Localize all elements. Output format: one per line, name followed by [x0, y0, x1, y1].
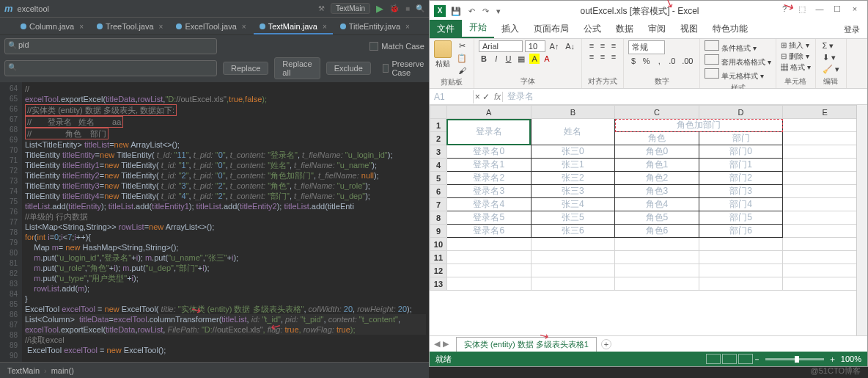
autosum-icon[interactable]: Σ ▾ [820, 40, 836, 51]
view-break-icon[interactable] [738, 354, 753, 364]
zoom-slider[interactable] [765, 358, 824, 360]
hammer-icon[interactable]: ⚒ [318, 4, 325, 12]
view-layout-icon[interactable] [722, 354, 737, 364]
fill-icon[interactable]: ⬇ ▾ [820, 52, 838, 63]
match-case-checkbox[interactable]: Match Case [369, 42, 424, 51]
tab-exceltool[interactable]: ExcelTool.java× [170, 20, 251, 34]
vertical-scrollbar[interactable] [856, 105, 867, 335]
redo-icon[interactable]: ↷ [480, 7, 491, 16]
ribbon-tab-review[interactable]: 审阅 [641, 20, 673, 38]
tab-textmain[interactable]: TextMain.java× [254, 20, 333, 34]
run-config-selector[interactable]: TextMain [331, 3, 370, 14]
run-icon[interactable]: ▶ [376, 3, 383, 14]
zoom-out-icon[interactable]: － [753, 354, 761, 365]
font-color-icon[interactable]: A [542, 54, 552, 64]
comma-icon[interactable]: , [654, 56, 664, 66]
shrink-font-icon[interactable]: A↓ [563, 41, 577, 51]
align-bottom-icon[interactable]: ≡ [608, 40, 619, 51]
underline-icon[interactable]: U [504, 54, 514, 64]
ide-pane: m exceltool ⚒ TextMain ▶ 🐞 ■ 🔍 Column.ja… [0, 0, 429, 378]
view-normal-icon[interactable] [706, 354, 721, 364]
cell-style-button[interactable]: 单元格样式 ▾ [705, 68, 764, 81]
italic-icon[interactable]: I [491, 54, 501, 64]
ribbon-tab-view[interactable]: 视图 [673, 20, 705, 38]
formula-input[interactable]: 登录名 [503, 89, 538, 104]
font-name-combo[interactable]: Arial [479, 40, 523, 52]
close-icon[interactable]: × [79, 23, 84, 31]
ribbon: ↘ 粘贴 ✂ 📋 🖌 剪贴板 Arial 10 A↑ [430, 39, 867, 89]
ribbon-tab-special[interactable]: 特色功能 [705, 20, 755, 38]
ribbon-tab-data[interactable]: 数据 [608, 20, 641, 38]
align-top-icon[interactable]: ≡ [586, 40, 597, 51]
align-middle-icon[interactable]: ≡ [597, 40, 608, 51]
undo-icon[interactable]: ↶ [466, 7, 477, 16]
name-box[interactable]: A1 [430, 90, 474, 103]
close-icon[interactable]: × [323, 23, 327, 31]
grow-font-icon[interactable]: A↑ [548, 41, 562, 51]
add-sheet-icon[interactable]: + [601, 339, 611, 349]
insert-cells-button[interactable]: ⊞ 插入 ▾ [781, 40, 809, 51]
format-painter-icon[interactable]: 🖌 [455, 65, 469, 76]
ribbon-tab-layout[interactable]: 页面布局 [526, 20, 576, 38]
currency-icon[interactable]: $ [628, 56, 639, 66]
login-link[interactable]: 登录 [836, 21, 867, 38]
maximize-icon[interactable]: ☐ [829, 4, 845, 18]
table-format-button[interactable]: 套用表格格式 ▾ [705, 54, 771, 68]
worksheet[interactable]: ABCDE1登录名姓名角色加部门2角色部门3登录名0张三0角色0部门04登录名1… [430, 105, 867, 335]
tab-treetool[interactable]: TreeTool.java× [91, 20, 169, 34]
tab-titleentity[interactable]: TitleEntity.java× [334, 20, 416, 34]
replace-all-button[interactable]: Replace all [274, 57, 320, 79]
number-format-combo[interactable]: 常规 [628, 40, 665, 54]
replace-button[interactable]: Replace [223, 62, 268, 75]
sheet-nav-next-icon[interactable]: ▶ [443, 339, 449, 349]
close-icon[interactable]: × [159, 23, 163, 31]
align-center-icon[interactable]: ≡ [597, 51, 608, 62]
sheet-tab[interactable]: 实体类 (entity) 数据 多级表头表格1 [456, 337, 597, 352]
close-icon[interactable]: × [405, 23, 410, 31]
find-input[interactable]: pid [4, 38, 217, 54]
group-font: Arial 10 A↑ A↓ B I U ▦ A A 字体 [474, 39, 582, 88]
replace-input[interactable] [4, 60, 217, 76]
font-size-combo[interactable]: 10 [525, 40, 545, 52]
exclude-button[interactable]: Exclude [326, 62, 371, 75]
cond-format-button[interactable]: 条件格式 ▾ [705, 40, 757, 54]
inc-decimal-icon[interactable]: .0 [666, 56, 677, 66]
percent-icon[interactable]: % [641, 56, 652, 66]
format-cells-button[interactable]: ▦ 格式 ▾ [781, 62, 811, 73]
clear-icon[interactable]: 🧹 ▾ [820, 64, 842, 75]
minimize-icon[interactable]: — [812, 4, 828, 18]
border-icon[interactable]: ▦ [515, 54, 527, 65]
zoom-in-icon[interactable]: ＋ [828, 354, 836, 365]
bold-icon[interactable]: B [479, 54, 489, 64]
cut-icon[interactable]: ✂ [455, 40, 469, 51]
clipboard-icon [434, 40, 452, 58]
group-cells: ⊞ 插入 ▾ ⊟ 删除 ▾ ▦ 格式 ▾ 单元格 [776, 39, 816, 88]
align-left-icon[interactable]: ≡ [586, 51, 597, 62]
tab-column[interactable]: Column.java× [15, 20, 89, 34]
debug-icon[interactable]: 🐞 [389, 4, 400, 13]
breadcrumb-class[interactable]: TextMain [7, 366, 40, 375]
ribbon-tab-insert[interactable]: 插入 [494, 20, 526, 38]
breadcrumb-method[interactable]: main() [51, 366, 74, 375]
fill-color-icon[interactable]: A [529, 54, 540, 64]
ribbon-tab-formulas[interactable]: 公式 [576, 20, 608, 38]
delete-cells-button[interactable]: ⊟ 删除 ▾ [781, 51, 809, 62]
search-icon[interactable]: 🔍 [416, 4, 424, 12]
dec-decimal-icon[interactable]: .00 [680, 56, 695, 66]
fx-controls[interactable]: × ✓fx [474, 92, 503, 102]
preserve-case-checkbox[interactable]: Preserve Case [383, 59, 427, 77]
ribbon-tab-home[interactable]: 开始 [462, 18, 494, 38]
stop-icon[interactable]: ■ [405, 4, 410, 12]
sheet-nav-prev-icon[interactable]: ◀ [434, 339, 440, 349]
close-icon[interactable]: × [242, 23, 246, 31]
qat-dropdown-icon[interactable]: ▾ [494, 7, 503, 16]
align-right-icon[interactable]: ≡ [608, 51, 619, 62]
ribbon-tab-file[interactable]: 文件 [430, 20, 462, 38]
copy-icon[interactable]: 📋 [455, 53, 469, 64]
code-area[interactable]: //excelTool.exportExcel(titleData,rowLis… [22, 82, 429, 362]
close-icon[interactable]: × [847, 4, 863, 18]
zoom-value[interactable]: 100% [841, 355, 861, 363]
code-editor[interactable]: 6465666768697071727374757677787980818283… [0, 82, 429, 362]
save-icon[interactable]: 💾 [449, 7, 463, 16]
paste-button[interactable]: 粘贴 [434, 40, 452, 69]
